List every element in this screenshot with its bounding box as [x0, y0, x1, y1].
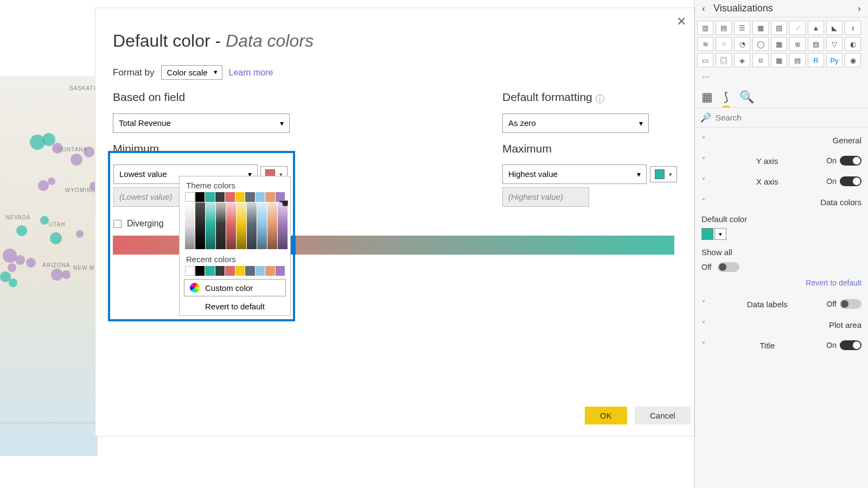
color-swatch[interactable]: [276, 266, 285, 276]
color-swatch[interactable]: [185, 192, 195, 202]
data-labels-toggle[interactable]: [840, 299, 861, 309]
viz-type-scatter[interactable]: ⁘: [716, 37, 732, 51]
color-swatch[interactable]: [225, 192, 235, 202]
color-swatch[interactable]: [225, 266, 235, 276]
viz-type-card[interactable]: ▭: [697, 53, 713, 67]
color-swatch[interactable]: [195, 266, 205, 276]
prop-data-colors[interactable]: Data colors: [695, 192, 868, 212]
viz-type-area[interactable]: ▲: [808, 21, 824, 35]
color-swatch[interactable]: [245, 192, 255, 202]
color-shade-column[interactable]: [185, 202, 195, 249]
color-shade-column[interactable]: [216, 202, 226, 249]
format-by-select[interactable]: Color scale: [161, 65, 222, 80]
title-toggle[interactable]: [840, 340, 861, 350]
color-shade-column[interactable]: [206, 202, 215, 249]
color-shade-column[interactable]: [278, 202, 288, 249]
map-bubble: [26, 258, 36, 268]
prop-data-labels[interactable]: Data labelsOff: [695, 294, 868, 314]
viz-type-kpi[interactable]: ◈: [734, 53, 750, 67]
color-swatch[interactable]: [195, 192, 205, 202]
prev-chevron-icon[interactable]: ‹: [697, 4, 710, 14]
viz-type-donut[interactable]: ◯: [752, 37, 769, 51]
viz-type-combo[interactable]: ⫾: [845, 21, 861, 35]
color-swatch[interactable]: [256, 192, 265, 202]
analytics-tab-icon[interactable]: 🔍: [739, 90, 754, 104]
color-swatch[interactable]: [185, 266, 195, 276]
viz-type-treemap[interactable]: ▦: [771, 37, 787, 51]
format-by-label: Format by: [113, 67, 155, 78]
color-shade-column[interactable]: [195, 202, 205, 249]
viz-type-filled-map[interactable]: ▨: [808, 37, 824, 51]
viz-type-table[interactable]: ▦: [771, 53, 787, 67]
maximum-select[interactable]: Highest value: [502, 164, 647, 184]
map-label: UTAH: [49, 221, 65, 227]
custom-color-button[interactable]: Custom color: [184, 279, 286, 296]
color-swatch[interactable]: [215, 192, 225, 202]
picker-revert-button[interactable]: Revert to default: [180, 297, 290, 315]
color-swatch[interactable]: [235, 266, 245, 276]
color-swatch[interactable]: [256, 266, 265, 276]
viz-type-line[interactable]: ⟋: [789, 21, 806, 35]
viz-type-multi-card[interactable]: ⿴: [716, 53, 732, 67]
learn-more-link[interactable]: Learn more: [229, 68, 273, 78]
viz-type-arcgis[interactable]: ◉: [845, 53, 861, 67]
prop-show-all[interactable]: Show all: [695, 246, 868, 262]
viz-type-pie[interactable]: ◔: [734, 37, 750, 51]
viz-type-r[interactable]: R: [808, 53, 824, 67]
default-color-dropdown[interactable]: ▾: [714, 228, 726, 240]
map-bubble: [51, 269, 63, 281]
color-swatch[interactable]: [265, 266, 275, 276]
viz-type-map[interactable]: ⊕: [789, 37, 806, 51]
color-shade-column[interactable]: [226, 202, 236, 249]
map-bubble: [48, 178, 55, 185]
viz-type-slicer[interactable]: ⧈: [752, 53, 769, 67]
next-chevron-icon[interactable]: ›: [853, 4, 866, 14]
y-axis-toggle[interactable]: [840, 156, 861, 166]
fields-tab-icon[interactable]: ▦: [701, 90, 713, 104]
map-bubble: [76, 230, 84, 238]
search-input[interactable]: [716, 113, 819, 122]
viz-type-clustered-bar[interactable]: ☰: [734, 21, 750, 35]
color-swatch[interactable]: [265, 192, 275, 202]
cancel-button[interactable]: Cancel: [635, 407, 691, 424]
viz-type-funnel[interactable]: ▽: [826, 37, 843, 51]
default-formatting-select[interactable]: As zero: [502, 113, 649, 133]
viz-type-stacked-bar[interactable]: ▥: [697, 21, 713, 35]
viz-type-100-bar[interactable]: ▧: [771, 21, 787, 35]
viz-type-python[interactable]: Py: [826, 53, 843, 67]
maximum-value-input[interactable]: (Highest value): [502, 187, 589, 207]
format-tab-icon[interactable]: ⟆: [724, 90, 729, 104]
color-swatch[interactable]: [205, 192, 215, 202]
info-icon[interactable]: i: [596, 94, 604, 103]
maximum-color-button[interactable]: ▾: [650, 166, 677, 182]
color-shade-column[interactable]: [237, 202, 246, 249]
close-button[interactable]: ✕: [676, 15, 686, 29]
color-swatch[interactable]: [276, 192, 285, 202]
viz-pane-header: ‹ Visualizations ›: [695, 0, 868, 17]
ok-button[interactable]: OK: [585, 407, 627, 424]
viz-type-stacked-area[interactable]: ◣: [826, 21, 843, 35]
color-shade-column[interactable]: [247, 202, 257, 249]
color-swatch[interactable]: [205, 266, 215, 276]
color-swatch[interactable]: [215, 266, 225, 276]
prop-general[interactable]: General: [695, 130, 868, 150]
prop-title[interactable]: TitleOn: [695, 335, 868, 356]
diverging-checkbox[interactable]: [113, 220, 122, 228]
viz-type-stacked-column[interactable]: ▤: [716, 21, 732, 35]
color-swatch[interactable]: [245, 266, 255, 276]
viz-type-matrix[interactable]: ▤: [789, 53, 806, 67]
revert-to-default-link[interactable]: Revert to default: [695, 276, 868, 294]
viz-type-gauge[interactable]: ◐: [845, 37, 861, 51]
viz-type-clustered-column[interactable]: ▦: [752, 21, 769, 35]
color-shade-column[interactable]: [257, 202, 267, 249]
x-axis-toggle[interactable]: [840, 176, 861, 186]
based-on-field-select[interactable]: Total Revenue: [113, 113, 290, 133]
show-all-toggle[interactable]: [718, 262, 739, 272]
prop-x-axis[interactable]: X axisOn: [695, 171, 868, 192]
prop-plot-area[interactable]: Plot area: [695, 314, 868, 335]
color-shade-column[interactable]: [267, 202, 277, 249]
color-swatch[interactable]: [235, 192, 245, 202]
viz-type-more[interactable]: ⋯: [697, 69, 713, 84]
viz-type-ribbon[interactable]: ≋: [697, 37, 713, 51]
prop-y-axis[interactable]: Y axisOn: [695, 150, 868, 171]
